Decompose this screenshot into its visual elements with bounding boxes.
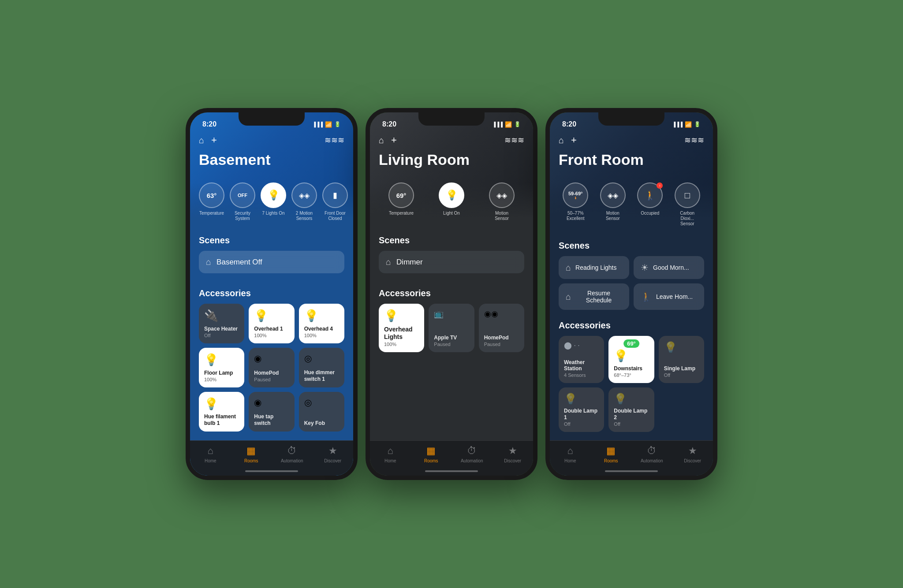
tile-double-lamp1[interactable]: 💡 Double Lamp 1 Off (559, 387, 604, 432)
waveform-icon-front[interactable]: ≋≋≋ (684, 135, 704, 145)
tile-downstairs[interactable]: 69° 💡 Downstairs 68°–73° (608, 336, 654, 383)
add-icon-front[interactable]: + (571, 134, 577, 146)
tile-hue-tap[interactable]: ◉ Hue tap switch (249, 392, 294, 432)
tile-lights-basement[interactable]: 💡 7 Lights On (261, 182, 286, 221)
scenes-section-living: Scenes ⌂ Dimmer (370, 228, 533, 281)
tile-temp-living[interactable]: 69° Temperature (379, 182, 424, 221)
tile-circle-temp: 63° (199, 182, 224, 208)
add-icon-basement[interactable]: + (211, 134, 217, 146)
wifi-icon: 📶 (325, 121, 332, 128)
tile-occupied-front[interactable]: 🚶 ! Occupied (633, 182, 667, 227)
scene-label-basement: Basement Off (216, 258, 262, 267)
content-front[interactable]: ⌂ + ≋≋≋ Front Room 59-69° ⬇ 50–77% Excel… (550, 112, 713, 476)
tab-discover-living[interactable]: ★ Discover (500, 445, 526, 463)
tile-label-motion-living: Motion Sensor (489, 211, 515, 221)
tab-auto-living[interactable]: ⏱ Automation (459, 445, 485, 463)
tab-home-front[interactable]: ⌂ Home (557, 445, 583, 463)
tile-overhead4[interactable]: 💡 Overhead 4 100% (299, 304, 344, 343)
scene-reading-lights[interactable]: ⌂ Reading Lights (559, 256, 629, 279)
homepod-living-name: HomePod (484, 335, 519, 341)
home-icon-basement[interactable]: ⌂ (199, 135, 204, 145)
waveform-icon-basement[interactable]: ≋≋≋ (325, 135, 344, 145)
tile-circle-lights: 💡 (261, 182, 286, 208)
leave-label: Leave Hom... (656, 293, 693, 300)
tile-weather-station[interactable]: ⬤ · · Weather Station 4 Sensors (559, 336, 604, 383)
nav-front: ⌂ + ≋≋≋ (559, 134, 704, 146)
tab-auto-front[interactable]: ⏱ Automation (638, 445, 665, 463)
tile-keyfob[interactable]: ◎ Key Fob (299, 392, 344, 432)
home-icon-front[interactable]: ⌂ (559, 135, 564, 145)
tile-label-temp-living: Temperature (389, 211, 414, 216)
scene-resume-schedule[interactable]: ⌂ Resume Schedule (559, 283, 629, 310)
tab-rooms-basement[interactable]: ▦ Rooms (238, 445, 265, 463)
scene-label-dimmer: Dimmer (396, 258, 423, 267)
tile-door-basement[interactable]: ▮ Front Door Closed (322, 182, 348, 221)
overhead1-icon: 💡 (254, 309, 289, 323)
tab-auto-label-front: Automation (641, 458, 663, 463)
tile-homepod-basement[interactable]: ◉ HomePod Paused (249, 348, 294, 387)
tab-home-basement[interactable]: ⌂ Home (197, 445, 224, 463)
floor-lamp-name: Floor Lamp (204, 370, 239, 376)
tile-floor-lamp[interactable]: 💡 Floor Lamp 100% (199, 348, 244, 387)
reading-lights-label: Reading Lights (575, 264, 616, 271)
tile-space-heater[interactable]: 🔌 Space Heater Off (199, 304, 244, 343)
tile-hue-dimmer[interactable]: ◎ Hue dimmer switch 1 (299, 348, 344, 387)
weather-station-status: 4 Sensors (564, 372, 599, 378)
overhead4-icon: 💡 (304, 309, 339, 323)
scenes-title-living: Scenes (379, 235, 524, 246)
scene-dimmer[interactable]: ⌂ Dimmer (379, 251, 524, 273)
add-icon-living[interactable]: + (391, 134, 397, 146)
tile-temp-front[interactable]: 59-69° ⬇ 50–77% Excellent (559, 182, 593, 227)
tile-motion-living[interactable]: ◈◈ Motion Sensor (479, 182, 524, 221)
homepod-living-status: Paused (484, 342, 519, 347)
overhead-lights-icon: 💡 (384, 309, 419, 323)
notch-basement (239, 112, 305, 126)
tab-rooms-living[interactable]: ▦ Rooms (418, 445, 444, 463)
tile-homepod-living[interactable]: ◉◉ HomePod Paused (479, 304, 524, 352)
tile-temperature-basement[interactable]: 63° Temperature (199, 182, 224, 221)
tile-motion-basement[interactable]: ◈◈ 2 Motion Sensors (291, 182, 317, 221)
nav-living: ⌂ + ≋≋≋ (379, 134, 524, 146)
accessories-grid-front: ⬤ · · Weather Station 4 Sensors 69° 💡 Do… (559, 336, 704, 432)
tab-discover-basement[interactable]: ★ Discover (320, 445, 346, 463)
tile-circle-occupied: 🚶 ! (637, 182, 663, 208)
waveform-icon-living[interactable]: ≋≋≋ (504, 135, 524, 145)
tab-home-living[interactable]: ⌂ Home (377, 445, 403, 463)
tile-overhead1[interactable]: 💡 Overhead 1 100% (249, 304, 294, 343)
content-basement[interactable]: ⌂ + ≋≋≋ Basement 63° Temperature (190, 112, 353, 476)
scene-basement-off[interactable]: ⌂ Basement Off (199, 251, 344, 273)
tile-single-lamp[interactable]: 💡 Single Lamp Off (659, 336, 704, 383)
tab-rooms-label-front: Rooms (604, 458, 618, 463)
tab-home-icon-living: ⌂ (388, 445, 393, 457)
home-indicator-basement (245, 470, 298, 472)
tab-home-label-living: Home (384, 458, 396, 463)
home-icon-living[interactable]: ⌂ (379, 135, 384, 145)
tile-motion-front[interactable]: ◈◈ Motion Sensor (596, 182, 630, 227)
appletv-name: Apple TV (434, 335, 469, 341)
tile-label-security: Security System (230, 211, 255, 221)
tile-circle-temp-living: 69° (388, 182, 414, 208)
tab-rooms-front[interactable]: ▦ Rooms (598, 445, 624, 463)
tile-security-basement[interactable]: OFF Security System (230, 182, 255, 221)
tile-co2-front[interactable]: □ Carbon Dioxi... Sensor (671, 182, 705, 227)
hue-tap-name: Hue tap switch (254, 413, 289, 426)
tab-discover-label-living: Discover (504, 458, 521, 463)
tile-light-living[interactable]: 💡 Light On (429, 182, 474, 221)
tab-discover-front[interactable]: ★ Discover (679, 445, 706, 463)
nav-left-basement: ⌂ + (199, 134, 217, 146)
tile-appletv[interactable]: 📺 Apple TV Paused (429, 304, 474, 352)
single-lamp-name: Single Lamp (664, 365, 699, 372)
tile-hue-filament[interactable]: 💡 Hue filament bulb 1 (199, 392, 244, 432)
tile-double-lamp2[interactable]: 💡 Double Lamp 2 Off (608, 387, 654, 432)
tab-discover-icon-front: ★ (688, 445, 697, 457)
status-tiles-front: 59-69° ⬇ 50–77% Excellent ◈◈ Motion Sens… (550, 182, 713, 234)
tile-label-door: Front Door Closed (322, 211, 348, 221)
double-lamp1-status: Off (564, 421, 599, 427)
tile-overhead-lights[interactable]: 💡 Overhead Lights 100% (379, 304, 424, 352)
good-morning-label: Good Morn... (653, 264, 689, 271)
scene-leave-home[interactable]: 🚶 Leave Hom... (634, 283, 704, 310)
scene-good-morning[interactable]: ☀ Good Morn... (634, 256, 704, 279)
notch-living (418, 112, 485, 126)
tab-auto-basement[interactable]: ⏱ Automation (279, 445, 305, 463)
scene-icon-basement: ⌂ (206, 257, 211, 267)
